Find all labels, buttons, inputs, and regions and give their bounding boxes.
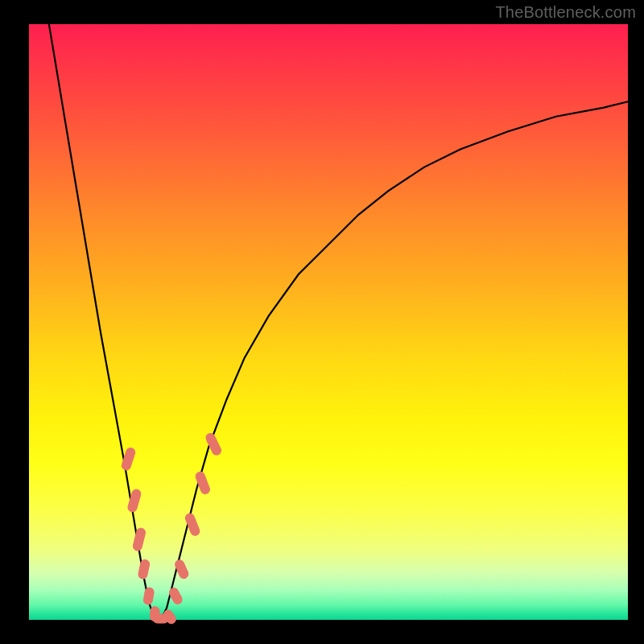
- bottleneck-curve: [29, 0, 628, 620]
- curve-marker: [138, 559, 151, 580]
- curve-marker: [143, 587, 155, 605]
- watermark-text: TheBottleneck.com: [495, 3, 636, 22]
- chart-svg: [29, 24, 628, 620]
- chart-frame: TheBottleneck.com: [0, 0, 644, 644]
- curve-marker: [184, 512, 201, 536]
- plot-area: [29, 24, 628, 620]
- curve-marker: [195, 471, 211, 495]
- curve-marker: [132, 527, 147, 551]
